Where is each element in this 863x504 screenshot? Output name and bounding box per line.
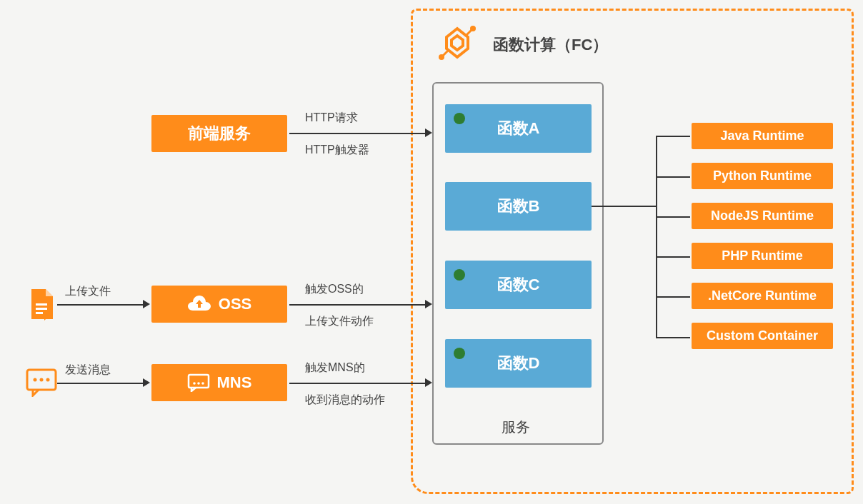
mns-trigger-label2: 收到消息的动作	[305, 393, 385, 408]
bracket	[656, 176, 690, 178]
bracket	[656, 337, 690, 338]
runtime-python: Python Runtime	[692, 163, 833, 189]
bracket	[656, 296, 690, 298]
fc-logo-icon	[436, 21, 479, 64]
arrow	[289, 304, 425, 306]
function-b: 函数B	[445, 182, 592, 231]
send-msg-label: 发送消息	[65, 363, 111, 378]
runtime-custom: Custom Container	[692, 323, 833, 349]
status-dot-icon	[454, 348, 465, 359]
arrow	[57, 304, 143, 306]
runtime-java: Java Runtime	[692, 123, 833, 149]
status-dot-icon	[454, 269, 465, 281]
message-icon	[187, 373, 210, 392]
function-c: 函数C	[445, 261, 592, 309]
mns-box: MNS	[151, 364, 287, 401]
http-req-label: HTTP请求	[305, 111, 358, 126]
svg-line-2	[442, 50, 449, 57]
function-label: 函数B	[497, 196, 540, 217]
function-d: 函数D	[445, 339, 592, 388]
oss-trigger-label2: 上传文件动作	[305, 314, 374, 329]
http-trigger-label: HTTP触发器	[305, 143, 369, 158]
service-label: 服务	[502, 418, 530, 437]
fc-title: 函数计算（FC）	[493, 34, 608, 56]
mns-label: MNS	[217, 373, 252, 392]
frontend-box: 前端服务	[151, 115, 287, 152]
arrow-head-icon	[143, 378, 150, 387]
function-label: 函数A	[497, 118, 540, 139]
svg-point-7	[201, 382, 204, 385]
arrow-head-icon	[425, 128, 432, 137]
function-label: 函数C	[497, 274, 540, 296]
chat-icon	[26, 368, 57, 397]
cloud-upload-icon	[187, 295, 211, 313]
function-a: 函数A	[445, 104, 592, 153]
arrow	[289, 133, 425, 134]
runtime-nodejs: NodeJS Runtime	[692, 203, 833, 229]
arrow-head-icon	[425, 378, 432, 387]
file-icon	[27, 288, 56, 322]
mns-trigger-label1: 触发MNS的	[305, 361, 365, 376]
arrow-head-icon	[143, 300, 150, 308]
arrow	[57, 383, 143, 384]
oss-label: OSS	[219, 295, 251, 313]
oss-box: OSS	[151, 286, 287, 323]
runtime-netcore: .NetCore Runtime	[692, 283, 833, 309]
oss-trigger-label1: 触发OSS的	[305, 282, 364, 297]
svg-point-5	[193, 382, 196, 385]
bracket	[592, 206, 656, 207]
svg-line-3	[466, 29, 473, 36]
svg-point-11	[46, 378, 50, 382]
function-label: 函数D	[497, 353, 540, 374]
bracket	[656, 136, 657, 338]
runtime-php: PHP Runtime	[692, 243, 833, 269]
bracket	[656, 136, 690, 137]
bracket	[656, 256, 690, 258]
svg-point-10	[40, 378, 44, 382]
svg-rect-4	[189, 375, 209, 388]
frontend-label: 前端服务	[188, 123, 251, 144]
svg-point-6	[197, 382, 200, 385]
status-dot-icon	[454, 113, 465, 124]
arrow	[289, 383, 425, 384]
arrow-head-icon	[425, 300, 432, 308]
bracket	[656, 216, 690, 218]
svg-point-9	[34, 378, 37, 382]
upload-file-label: 上传文件	[65, 284, 111, 299]
